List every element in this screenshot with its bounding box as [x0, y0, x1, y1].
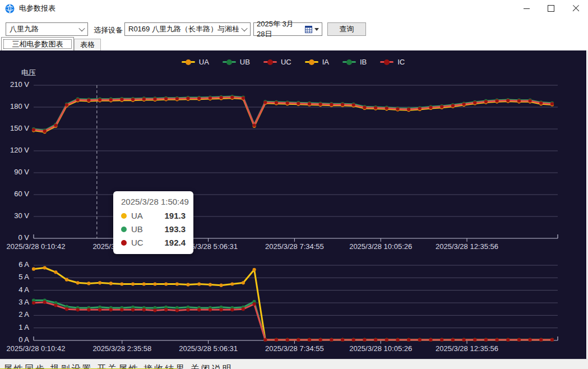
tab-three-phase-chart[interactable]: 三相电参数图表 — [1, 37, 74, 50]
data-point-ic[interactable] — [297, 338, 300, 342]
data-point-uc[interactable] — [98, 98, 101, 102]
data-point-ia[interactable] — [131, 282, 135, 285]
data-point-ic[interactable] — [374, 338, 377, 342]
data-point-ia[interactable] — [209, 283, 212, 287]
data-point-ic[interactable] — [109, 308, 113, 311]
data-point-ic[interactable] — [186, 308, 189, 311]
data-point-ic[interactable] — [407, 338, 410, 342]
data-point-ia[interactable] — [142, 282, 146, 285]
data-point-uc[interactable] — [330, 103, 333, 106]
data-point-ic[interactable] — [197, 308, 201, 311]
data-point-uc[interactable] — [440, 105, 443, 108]
data-point-uc[interactable] — [175, 97, 179, 100]
data-point-ic[interactable] — [275, 338, 278, 342]
data-point-ic[interactable] — [330, 338, 333, 342]
data-point-ic[interactable] — [484, 338, 488, 342]
data-point-ic[interactable] — [529, 338, 532, 342]
data-point-uc[interactable] — [43, 130, 47, 133]
data-point-uc[interactable] — [242, 96, 245, 100]
data-point-ia[interactable] — [76, 281, 80, 284]
data-point-ia[interactable] — [242, 281, 245, 284]
data-point-uc[interactable] — [32, 128, 35, 131]
data-point-ia[interactable] — [253, 268, 256, 271]
data-point-ic[interactable] — [506, 338, 510, 342]
close-button[interactable] — [563, 0, 588, 17]
device-select[interactable]: R0169 八里九路（长丰路）与湘桂线交 — [124, 22, 251, 36]
data-point-ic[interactable] — [43, 301, 47, 304]
data-point-uc[interactable] — [462, 103, 466, 106]
data-point-uc[interactable] — [263, 101, 267, 104]
data-point-uc[interactable] — [76, 98, 80, 102]
data-point-ic[interactable] — [385, 338, 388, 342]
data-point-uc[interactable] — [407, 108, 410, 111]
data-point-ic[interactable] — [440, 338, 443, 342]
date-picker[interactable]: 2025年 3月28日 — [253, 22, 322, 36]
data-point-ic[interactable] — [32, 301, 35, 305]
data-point-ia[interactable] — [54, 270, 57, 274]
data-point-uc[interactable] — [253, 123, 256, 127]
data-point-uc[interactable] — [109, 98, 113, 102]
data-point-uc[interactable] — [550, 102, 554, 105]
data-point-uc[interactable] — [54, 123, 57, 127]
data-point-uc[interactable] — [352, 103, 355, 107]
data-point-uc[interactable] — [65, 103, 68, 107]
data-point-uc[interactable] — [230, 95, 234, 99]
data-point-ic[interactable] — [308, 338, 311, 342]
data-point-uc[interactable] — [374, 106, 377, 109]
data-point-ic[interactable] — [352, 338, 355, 342]
data-point-ic[interactable] — [473, 338, 476, 342]
data-point-ia[interactable] — [109, 282, 113, 285]
data-point-ia[interactable] — [175, 282, 179, 285]
data-point-uc[interactable] — [297, 102, 300, 105]
data-point-ic[interactable] — [363, 338, 366, 342]
data-point-ic[interactable] — [142, 308, 146, 311]
data-point-uc[interactable] — [529, 99, 532, 103]
data-point-uc[interactable] — [451, 104, 455, 107]
tab-table[interactable]: 表格 — [74, 39, 101, 50]
data-point-uc[interactable] — [286, 102, 289, 105]
data-point-ic[interactable] — [429, 338, 432, 342]
data-point-ia[interactable] — [32, 267, 35, 271]
data-point-ic[interactable] — [418, 338, 422, 342]
data-point-uc[interactable] — [186, 96, 189, 100]
data-point-ic[interactable] — [76, 308, 80, 311]
data-point-ic[interactable] — [462, 338, 466, 342]
data-point-ic[interactable] — [253, 302, 256, 306]
data-point-uc[interactable] — [319, 103, 322, 106]
data-point-uc[interactable] — [473, 101, 476, 104]
data-point-ia[interactable] — [197, 282, 201, 285]
data-point-uc[interactable] — [120, 98, 123, 101]
data-point-uc[interactable] — [142, 98, 146, 101]
data-point-ic[interactable] — [341, 338, 344, 342]
data-point-ic[interactable] — [164, 308, 168, 311]
data-point-ic[interactable] — [175, 308, 179, 312]
data-point-uc[interactable] — [308, 102, 311, 105]
data-point-ic[interactable] — [550, 338, 554, 342]
data-point-uc[interactable] — [341, 103, 344, 106]
data-point-ia[interactable] — [98, 281, 101, 284]
data-point-ic[interactable] — [451, 338, 455, 342]
data-point-ic[interactable] — [54, 303, 57, 307]
data-point-uc[interactable] — [429, 106, 432, 109]
data-point-ic[interactable] — [539, 338, 543, 342]
data-point-ia[interactable] — [230, 282, 234, 285]
data-point-ic[interactable] — [153, 308, 156, 312]
data-point-ic[interactable] — [209, 308, 212, 311]
data-point-uc[interactable] — [418, 107, 422, 110]
data-point-ic[interactable] — [131, 308, 135, 311]
maximize-button[interactable] — [539, 0, 563, 17]
data-point-uc[interactable] — [385, 107, 388, 110]
data-point-ic[interactable] — [286, 338, 289, 342]
data-point-uc[interactable] — [220, 96, 223, 99]
data-point-uc[interactable] — [484, 100, 488, 103]
data-point-uc[interactable] — [496, 99, 499, 103]
data-point-uc[interactable] — [87, 99, 90, 102]
data-point-ia[interactable] — [153, 282, 156, 285]
data-point-ic[interactable] — [517, 338, 521, 342]
data-point-ic[interactable] — [65, 307, 68, 311]
data-point-ia[interactable] — [186, 283, 189, 287]
data-point-uc[interactable] — [164, 97, 168, 100]
data-point-uc[interactable] — [153, 98, 156, 101]
data-point-ic[interactable] — [230, 308, 234, 311]
data-point-ia[interactable] — [65, 278, 68, 282]
